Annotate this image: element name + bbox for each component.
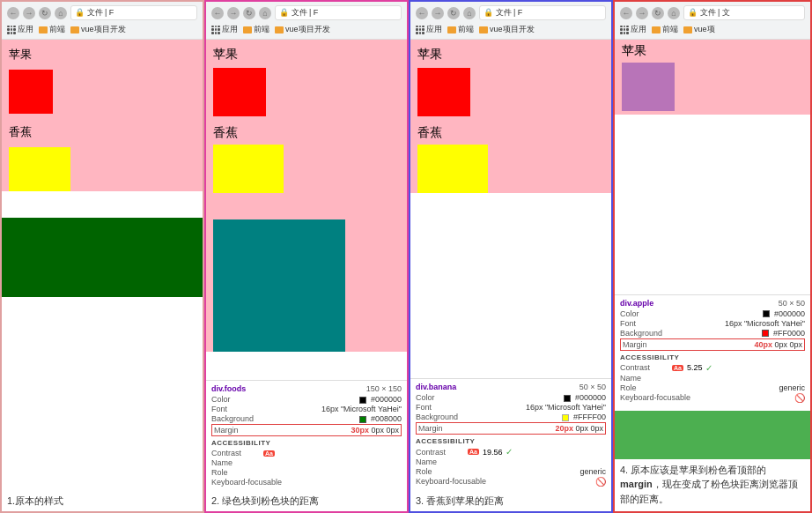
- address-bar-2[interactable]: 🔒 文件 | F: [275, 5, 402, 20]
- forward-button[interactable]: →: [23, 7, 35, 19]
- frontend-bookmark-4[interactable]: 前端: [652, 24, 678, 35]
- dt-keyboard-label-2: Keyboard-focusable: [211, 478, 282, 487]
- refresh-button-3[interactable]: ↻: [447, 7, 460, 19]
- page-content-3: 苹果 香蕉: [410, 40, 611, 378]
- apple-label-2: 苹果: [213, 47, 400, 63]
- dt-role-label-2: Role: [211, 468, 260, 477]
- banana-label-2: 香蕉: [213, 125, 400, 141]
- dt-contrast-label-2: Contrast: [211, 449, 260, 457]
- dt-bg-label-4: Background: [620, 329, 668, 338]
- dt-margin-label-4: Margin: [623, 340, 671, 349]
- dt-name-row-4: Name: [620, 374, 805, 383]
- home-button-2[interactable]: ⌂: [259, 7, 271, 19]
- banana-label-3: 香蕉: [417, 125, 604, 141]
- refresh-button[interactable]: ↻: [39, 7, 51, 19]
- dt-bg-label-2: Background: [211, 414, 260, 423]
- dt-font-val-4: 16px "Microsoft YaHei": [725, 319, 805, 328]
- dt-selector-3: div.banana: [416, 383, 456, 391]
- dt-name-label-4: Name: [620, 374, 668, 383]
- dt-selector-2: div.foods: [211, 384, 246, 393]
- address-bar-4[interactable]: 🔒 文件 | 文: [683, 5, 805, 20]
- apps-grid-icon-2: [211, 26, 220, 34]
- dt-accessibility-4: Contrast Aa 5.25 ✓: [620, 363, 805, 373]
- page-content-2: 苹果 香蕉: [206, 40, 407, 380]
- bg-swatch-4: [762, 330, 769, 337]
- banana-box-1: [9, 147, 70, 191]
- address-text-4: 文件 | 文: [700, 8, 730, 17]
- dt-color-val-3: #000000: [564, 393, 606, 402]
- dt-name-label-2: Name: [211, 458, 260, 467]
- dt-color-label-3: Color: [416, 393, 464, 402]
- dt-margin-row-4: Margin 40px 0px 0px: [620, 338, 805, 351]
- refresh-button-2[interactable]: ↻: [243, 7, 255, 19]
- dt-contrast-val-3: 19.56: [483, 448, 503, 457]
- panel-caption-3: 3. 香蕉到苹果的距离: [410, 491, 611, 511]
- dt-keyboard-row-4: Keyboard-focusable 🚫: [620, 393, 805, 403]
- browser-chrome-4: ← → ↻ ⌂ 🔒 文件 | 文 应用 前端: [615, 2, 810, 40]
- dt-keyboard-row-2: Keyboard-focusable: [211, 478, 402, 487]
- home-button[interactable]: ⌂: [55, 7, 67, 19]
- apple-box-4: [622, 63, 675, 111]
- bookmarks-bar-4: 应用 前端 vue项: [620, 24, 805, 35]
- dt-bg-row-4: Background #FF0000: [620, 329, 805, 338]
- home-button-3[interactable]: ⌂: [463, 7, 476, 19]
- address-bar-1[interactable]: 🔒 文件 | F: [70, 5, 197, 20]
- browser-chrome-1: ← → ↻ ⌂ 🔒 文件 | F 应用 前端: [2, 2, 203, 40]
- apps-bookmark-3[interactable]: 应用: [416, 24, 442, 35]
- dt-role-row-4: Role generic: [620, 383, 805, 392]
- apps-bookmark[interactable]: 应用: [7, 24, 33, 35]
- banana-label-1: 香蕉: [9, 124, 196, 140]
- dt-margin-val-2: 30px: [351, 426, 369, 435]
- apps-label-4: 应用: [631, 24, 646, 35]
- forward-button-2[interactable]: →: [227, 7, 240, 19]
- refresh-button-4[interactable]: ↻: [652, 7, 664, 19]
- dt-accessibility-3: Contrast Aa 19.56 ✓: [416, 447, 606, 457]
- page-content-4: 苹果: [615, 40, 810, 294]
- vue-bookmark-2[interactable]: vue项目开发: [275, 24, 330, 35]
- back-button-2[interactable]: ←: [211, 7, 224, 19]
- vue-bookmark-3[interactable]: vue项目开发: [479, 24, 535, 35]
- back-button[interactable]: ←: [7, 7, 19, 19]
- apps-bookmark-4[interactable]: 应用: [620, 24, 646, 35]
- back-button-3[interactable]: ←: [416, 7, 428, 19]
- apple-box-1: [9, 70, 53, 114]
- bookmarks-bar-2: 应用 前端 vue项目开发: [211, 24, 402, 35]
- forward-button-3[interactable]: →: [432, 7, 444, 19]
- frontend-bookmark[interactable]: 前端: [39, 24, 65, 35]
- lock-icon: 🔒: [75, 8, 85, 17]
- dt-color-val-2: #000000: [359, 395, 402, 404]
- dt-keyboard-label-3: Keyboard-focusable: [416, 477, 486, 487]
- lock-icon-2: 🔒: [279, 8, 289, 17]
- banana-box-2: [213, 145, 284, 193]
- home-button-4[interactable]: ⌂: [668, 7, 680, 19]
- apps-grid-icon: [7, 26, 16, 34]
- dt-margin-rest-3: 0px 0px: [575, 424, 603, 433]
- folder-icon-3: [243, 26, 252, 33]
- frontend-bookmark-2[interactable]: 前端: [243, 24, 269, 35]
- address-text-2: 文件 | F: [292, 8, 319, 17]
- dt-role-row-2: Role: [211, 468, 402, 477]
- lock-icon-3: 🔒: [484, 8, 493, 17]
- dt-font-label-4: Font: [620, 319, 668, 328]
- check-icon-4: ✓: [705, 363, 712, 373]
- forward-button-4[interactable]: →: [636, 7, 648, 19]
- dt-margin-label-3: Margin: [418, 424, 467, 433]
- frontend-bookmark-3[interactable]: 前端: [447, 24, 474, 35]
- address-bar-3[interactable]: 🔒 文件 | F: [479, 5, 606, 20]
- vue-bookmark-4[interactable]: vue项: [683, 24, 715, 35]
- dt-font-label-2: Font: [211, 405, 260, 413]
- dt-role-val-3: generic: [579, 467, 606, 476]
- vue-bookmark[interactable]: vue项目开发: [70, 24, 126, 35]
- dt-accessibility-2: Contrast Aa: [211, 449, 402, 457]
- back-button-4[interactable]: ←: [620, 7, 632, 19]
- foods-box-2: [213, 219, 345, 352]
- apps-grid-icon-3: [416, 26, 424, 34]
- bg-swatch-2: [359, 416, 366, 423]
- dt-color-row-3: Color #000000: [416, 393, 606, 402]
- green-box-1: [2, 218, 203, 297]
- folder-icon-2: [70, 26, 79, 33]
- devtools-panel-3: div.banana 50 × 50 Color #000000 Font 16…: [410, 378, 611, 491]
- apps-grid-icon-4: [620, 26, 629, 34]
- dt-margin-rest-4: 0px 0px: [774, 340, 802, 349]
- apps-bookmark-2[interactable]: 应用: [211, 24, 238, 35]
